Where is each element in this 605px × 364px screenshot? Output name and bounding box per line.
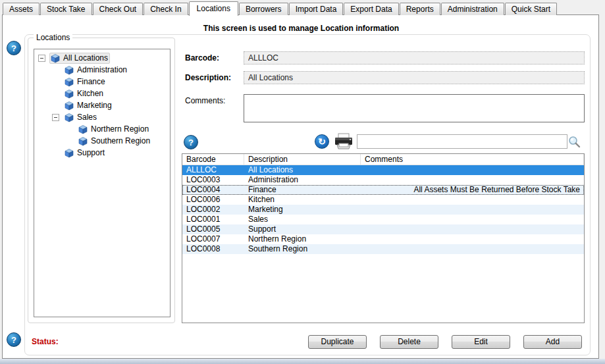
refresh-icon[interactable]: ↻ (315, 134, 329, 149)
search-icon[interactable] (567, 135, 581, 151)
table-row[interactable]: LOC0005 Support (182, 224, 584, 234)
cell-barcode: LOC0001 (182, 215, 244, 224)
location-cube-icon (64, 89, 74, 99)
location-cube-icon (64, 77, 74, 87)
locations-table: Barcode Description Comments ALLLOC All … (182, 153, 585, 323)
cell-description: Northern Region (244, 234, 361, 244)
tab-assets[interactable]: Assets (3, 3, 39, 15)
column-header-description[interactable]: Description (244, 154, 361, 165)
cell-barcode: LOC0007 (182, 234, 244, 244)
table-row[interactable]: LOC0004 Finance All Assets Must Be Retur… (182, 185, 584, 195)
location-cube-icon (50, 53, 61, 63)
delete-button[interactable]: Delete (380, 335, 438, 349)
tree-item-label: All Locations (63, 53, 108, 63)
tree-item-administration[interactable]: Administration (34, 64, 170, 76)
cell-comments (361, 205, 584, 215)
table-row[interactable]: LOC0001 Sales (182, 215, 584, 224)
add-button[interactable]: Add (523, 335, 582, 349)
tab-stock-take[interactable]: Stock Take (40, 3, 92, 15)
table-row[interactable]: LOC0006 Kitchen (182, 195, 584, 205)
barcode-label: Barcode: (185, 53, 219, 63)
help-icon[interactable]: ? (7, 332, 21, 347)
tree-item-marketing[interactable]: Marketing (34, 99, 170, 111)
status-label: Status: (32, 337, 59, 346)
cell-description: Sales (244, 215, 361, 224)
tree-item-label: Marketing (77, 101, 112, 110)
tree-selection: All Locations (49, 53, 110, 64)
cell-comments (361, 224, 584, 234)
tree-item-support[interactable]: Support (34, 147, 170, 159)
tab-locations[interactable]: Locations (189, 1, 238, 16)
cell-comments (361, 195, 584, 205)
tree-item-sales[interactable]: Sales (34, 111, 170, 123)
tab-check-in[interactable]: Check In (144, 3, 188, 15)
table-row[interactable]: LOC0008 Southern Region (182, 244, 584, 254)
cell-comments (361, 234, 584, 244)
cell-description: Kitchen (244, 195, 361, 205)
location-cube-icon (78, 124, 88, 134)
comments-field[interactable] (244, 94, 585, 122)
collapse-expander-icon[interactable] (38, 55, 45, 62)
cell-barcode: LOC0008 (182, 244, 244, 254)
table-row[interactable]: LOC0002 Marketing (182, 205, 584, 215)
table-row[interactable]: ALLLOC All Locations (182, 165, 584, 175)
collapse-expander-icon[interactable] (52, 114, 59, 121)
locations-groupbox: Locations All Locations Administration F… (28, 38, 175, 323)
locations-tree[interactable]: All Locations Administration Finance Kit… (34, 49, 171, 317)
cell-barcode: LOC0003 (182, 175, 244, 185)
tab-import-data[interactable]: Import Data (289, 3, 344, 15)
cell-comments (361, 165, 584, 175)
help-icon[interactable]: ? (7, 41, 21, 55)
cell-description: Administration (244, 175, 361, 185)
duplicate-button[interactable]: Duplicate (308, 335, 367, 349)
location-cube-icon (64, 65, 74, 75)
cell-barcode: LOC0004 (182, 185, 244, 195)
tab-export-data[interactable]: Export Data (344, 3, 398, 15)
tree-item-finance[interactable]: Finance (34, 76, 170, 88)
cell-comments: All Assets Must Be Returned Before Stock… (361, 185, 584, 195)
cell-description: Southern Region (244, 244, 361, 254)
search-input[interactable] (357, 134, 567, 149)
cell-comments (361, 175, 584, 185)
tree-item-southern-region[interactable]: Southern Region (34, 135, 170, 147)
cell-barcode: LOC0002 (182, 205, 244, 215)
tab-administration[interactable]: Administration (441, 3, 504, 15)
description-label: Description: (185, 73, 231, 82)
tab-check-out[interactable]: Check Out (93, 3, 144, 15)
cell-description: Support (244, 224, 361, 234)
tree-item-label: Administration (77, 65, 127, 74)
tree-item-label: Southern Region (91, 136, 150, 145)
cell-description: Marketing (244, 205, 361, 215)
tree-item-label: Finance (77, 77, 105, 86)
location-cube-icon (64, 113, 74, 122)
column-header-comments[interactable]: Comments (361, 154, 584, 165)
tree-item-all-locations[interactable]: All Locations (34, 52, 170, 64)
locations-groupbox-label: Locations (34, 33, 72, 42)
tree-item-northern-region[interactable]: Northern Region (34, 123, 170, 135)
printer-icon[interactable] (333, 133, 354, 152)
tab-quick-start[interactable]: Quick Start (505, 3, 557, 15)
tree-item-kitchen[interactable]: Kitchen (34, 88, 170, 99)
cell-comments (361, 215, 584, 224)
cell-comments (361, 244, 584, 254)
cell-barcode: LOC0005 (182, 224, 244, 234)
column-header-barcode[interactable]: Barcode (182, 154, 244, 165)
table-row[interactable]: LOC0003 Administration (182, 175, 584, 185)
tree-item-label: Sales (77, 113, 97, 122)
cell-barcode: ALLLOC (182, 165, 244, 175)
table-body: ALLLOC All Locations LOC0003 Administrat… (182, 165, 584, 254)
tree-item-label: Support (77, 148, 105, 157)
tab-reports[interactable]: Reports (400, 3, 440, 15)
comments-label: Comments: (185, 96, 225, 105)
table-header-row: Barcode Description Comments (182, 154, 584, 165)
table-row[interactable]: LOC0007 Northern Region (182, 234, 584, 244)
edit-button[interactable]: Edit (452, 335, 510, 349)
cell-description: Finance (244, 185, 361, 195)
description-field (244, 71, 585, 84)
tree-item-label: Kitchen (77, 89, 103, 98)
tree-item-label: Northern Region (91, 124, 149, 134)
location-cube-icon (64, 148, 74, 158)
cell-description: All Locations (244, 165, 361, 175)
help-icon[interactable]: ? (184, 135, 198, 149)
tab-borrowers[interactable]: Borrowers (239, 3, 288, 15)
